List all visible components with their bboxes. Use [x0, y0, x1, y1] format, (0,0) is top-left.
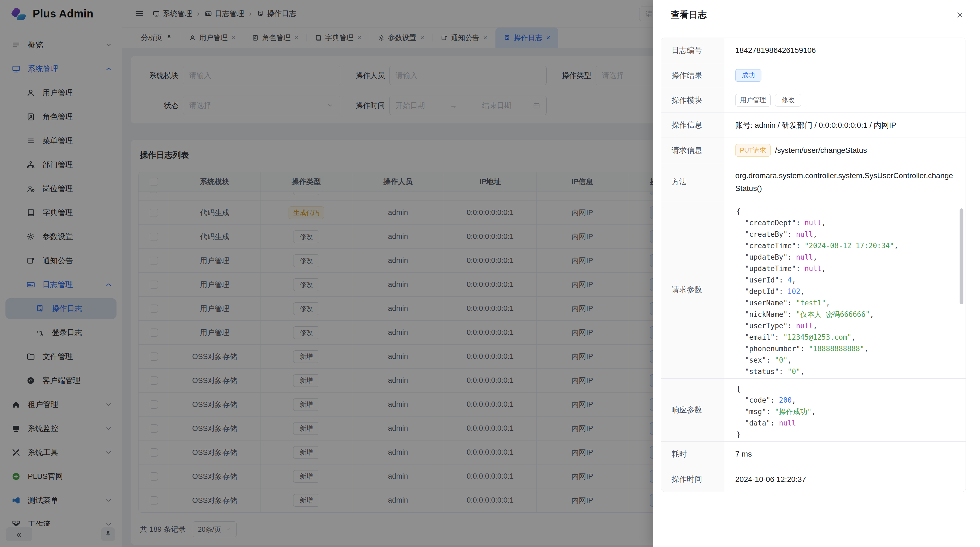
detail-label: 响应参数	[661, 379, 724, 441]
detail-row-result: 操作结果 成功	[661, 63, 966, 88]
detail-label: 操作时间	[661, 467, 724, 492]
drawer-title: 查看日志	[671, 9, 707, 21]
detail-label: 操作信息	[661, 113, 724, 138]
code-line: "sex": "0",	[737, 354, 958, 366]
http-method-badge: PUT请求	[735, 144, 771, 156]
detail-row-response-params: 响应参数 { "code": 200, "msg": "操作成功", "data…	[661, 379, 966, 442]
detail-row-info: 操作信息 账号: admin / 研发部门 / 0:0:0:0:0:0:0:1 …	[661, 113, 966, 138]
close-icon	[956, 11, 964, 19]
code-line: "data": null	[737, 417, 958, 429]
code-line: "phonenumber": "18888888888",	[737, 343, 958, 354]
detail-row-op-time: 操作时间 2024-10-06 12:20:37	[661, 467, 966, 492]
code-line: "deptId": 102,	[737, 286, 958, 297]
code-line: "userType": null,	[737, 320, 958, 332]
detail-label: 请求参数	[661, 201, 724, 378]
detail-label: 耗时	[661, 442, 724, 467]
code-line: "updateTime": null,	[737, 263, 958, 274]
code-line: "userId": 4,	[737, 274, 958, 286]
scrollbar-thumb[interactable]	[959, 208, 963, 304]
code-line: "createBy": null,	[737, 228, 958, 240]
module-tag: 用户管理	[735, 94, 771, 107]
code-line: "createDept": null,	[737, 217, 958, 228]
log-detail-table: 日志编号 1842781986426159106 操作结果 成功 操作模块 用户…	[661, 38, 966, 492]
status-badge: 成功	[735, 69, 761, 82]
code-line: "createTime": "2024-08-12 17:20:34",	[737, 240, 958, 252]
detail-label: 请求信息	[661, 138, 724, 163]
drawer-close-button[interactable]	[954, 9, 966, 21]
detail-label: 方法	[661, 163, 724, 201]
response-params-code: { "code": 200, "msg": "操作成功", "data": nu…	[724, 379, 966, 441]
code-scrollbar[interactable]	[959, 204, 963, 375]
detail-label: 操作结果	[661, 63, 724, 88]
drawer-body: 日志编号 1842781986426159106 操作结果 成功 操作模块 用户…	[653, 30, 980, 547]
request-url-value: /system/user/changeStatus	[775, 144, 867, 157]
code-line: "userName": "test1",	[737, 297, 958, 309]
detail-row-log-id: 日志编号 1842781986426159106	[661, 38, 966, 63]
operation-time-value: 2024-10-06 12:20:37	[724, 467, 966, 492]
code-line: "email": "12345@1253.com",	[737, 332, 958, 343]
code-line: "nickName": "仅本人 密码666666",	[737, 309, 958, 320]
detail-row-request: 请求信息 PUT请求 /system/user/changeStatus	[661, 138, 966, 163]
method-value: org.dromara.system.controller.system.Sys…	[724, 163, 966, 201]
detail-row-method: 方法 org.dromara.system.controller.system.…	[661, 163, 966, 201]
code-line: {	[737, 383, 958, 394]
code-line: {	[737, 206, 958, 217]
detail-label: 日志编号	[661, 38, 724, 63]
detail-row-duration: 耗时 7 ms	[661, 442, 966, 467]
code-line: "msg": "操作成功",	[737, 406, 958, 417]
detail-label: 操作模块	[661, 88, 724, 113]
code-line: }	[737, 429, 958, 440]
indent-guide	[738, 217, 738, 376]
code-line: "updateBy": null,	[737, 252, 958, 263]
drawer-header: 查看日志	[653, 0, 980, 30]
detail-row-module: 操作模块 用户管理 修改	[661, 88, 966, 113]
code-line: "code": 200,	[737, 394, 958, 406]
operation-type-tag: 修改	[775, 94, 801, 107]
duration-value: 7 ms	[724, 442, 966, 467]
code-line: "status": "0",	[737, 366, 958, 377]
log-id-value: 1842781986426159106	[724, 38, 966, 63]
detail-row-request-params: 请求参数 { "createDept": null, "createBy": n…	[661, 201, 966, 379]
request-params-code: { "createDept": null, "createBy": null, …	[724, 201, 966, 378]
indent-guide	[738, 394, 738, 439]
operation-info-value: 账号: admin / 研发部门 / 0:0:0:0:0:0:0:1 / 内网I…	[724, 113, 966, 138]
view-log-drawer: 查看日志 日志编号 1842781986426159106 操作结果 成功 操作…	[653, 0, 980, 547]
